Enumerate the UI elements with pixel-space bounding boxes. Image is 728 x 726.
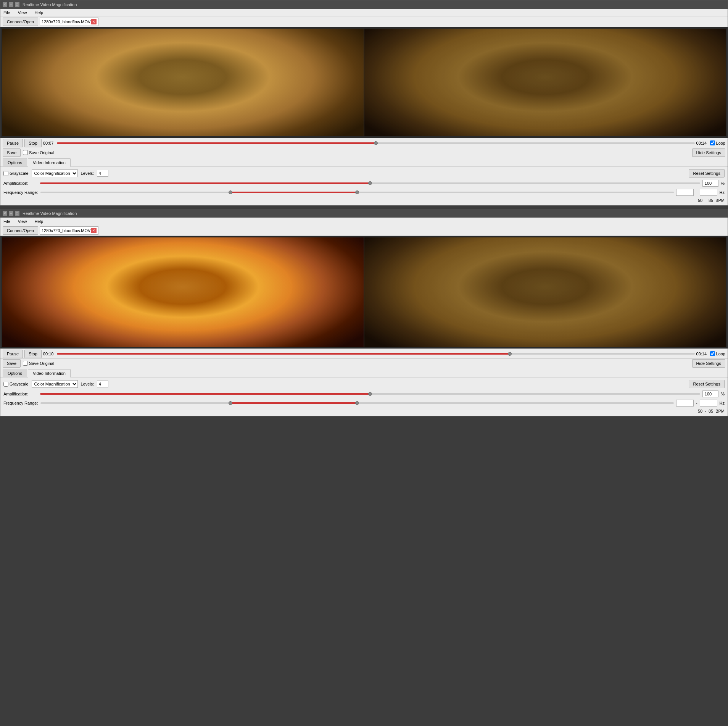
loop-container-1: Loop (710, 140, 725, 145)
freq-slider-1[interactable] (40, 192, 674, 193)
connect-open-button-1[interactable]: Connect/Open (3, 18, 38, 26)
save-original-checkbox-1[interactable] (23, 150, 28, 155)
reset-settings-button-1[interactable]: Reset Settings (689, 169, 725, 177)
stop-button-1[interactable]: Stop (24, 139, 42, 147)
amplification-row-1: Amplification: % (3, 180, 725, 187)
amplification-track-2[interactable] (40, 393, 700, 395)
tab-filename-2: 1280x720_bloodflow.MOV (42, 228, 90, 233)
time-total-2: 00:14 (696, 352, 709, 356)
close-tab-button-2[interactable]: ✕ (91, 228, 97, 233)
tab-filename-1: 1280x720_bloodflow.MOV (42, 19, 90, 24)
video-panel-left-2 (2, 237, 364, 347)
levels-input-2[interactable] (97, 381, 108, 387)
freq-fill-2 (230, 402, 357, 404)
save-original-checkbox-2[interactable] (23, 361, 28, 366)
freq-row-2: Frequency Range: - Hz (3, 400, 725, 407)
bpm-row-1: 50 - 85 BPM (3, 198, 725, 203)
close-button-1[interactable]: ✕ (3, 2, 7, 7)
freq-unit-2: Hz (720, 401, 725, 405)
amplification-slider-1[interactable] (40, 182, 700, 184)
maximize-button-1[interactable]: □ (15, 2, 19, 7)
loop-label-1: Loop (716, 141, 725, 145)
grayscale-label-1[interactable]: Grayscale (3, 171, 29, 176)
menu-help-1[interactable]: Help (33, 10, 45, 16)
menu-file-2[interactable]: File (2, 218, 12, 224)
menu-view-1[interactable]: View (16, 10, 29, 16)
freq-track-1[interactable] (40, 192, 674, 193)
grayscale-checkbox-2[interactable] (3, 382, 8, 387)
seek-bar-1[interactable] (57, 142, 695, 144)
video-area-2 (0, 236, 728, 348)
loop-label-2: Loop (716, 352, 725, 356)
settings-top-left-1: Grayscale Color Magnification Levels: (3, 169, 108, 177)
freq-track-2[interactable] (40, 402, 674, 404)
title-bar-1: ✕ − □ Realtime Video Magnification (0, 0, 728, 9)
tabs-bar-1: Options Video Information (0, 157, 728, 167)
loop-checkbox-1[interactable] (710, 140, 715, 145)
freq-dash-1: - (696, 190, 697, 195)
stop-button-2[interactable]: Stop (24, 350, 42, 358)
bpm-high-2: 85 (709, 409, 713, 413)
amplification-value-1[interactable] (702, 180, 718, 187)
grayscale-label-2[interactable]: Grayscale (3, 382, 29, 387)
menu-bar-1: File View Help (0, 9, 728, 16)
save-button-2[interactable]: Save (3, 359, 21, 368)
amplification-track-1[interactable] (40, 182, 700, 184)
seek-container-1[interactable] (57, 142, 695, 144)
tab-video-info-1[interactable]: Video Information (28, 158, 71, 167)
amplification-label-2: Amplification: (3, 392, 38, 396)
freq-thumb-right-1 (355, 190, 359, 194)
tab-options-2[interactable]: Options (3, 369, 27, 377)
save-button-1[interactable]: Save (3, 148, 21, 157)
freq-slider-2[interactable] (40, 402, 674, 404)
time-current-1: 00:07 (43, 141, 55, 145)
save-original-label-2[interactable]: Save Original (23, 361, 54, 366)
amplification-label-1: Amplification: (3, 181, 38, 186)
amplification-value-2[interactable] (702, 390, 718, 397)
tabs-bar-2: Options Video Information (0, 368, 728, 378)
settings-panel-2: Grayscale Color Magnification Levels: Re… (0, 378, 728, 416)
levels-input-1[interactable] (97, 170, 108, 177)
seek-container-2[interactable] (57, 353, 695, 355)
freq-high-value-1[interactable] (700, 189, 717, 196)
method-select-2[interactable]: Color Magnification (32, 380, 78, 388)
menu-view-2[interactable]: View (16, 218, 29, 224)
bpm-row-2: 50 - 85 BPM (3, 409, 725, 413)
save-original-label-1[interactable]: Save Original (23, 150, 54, 155)
app-window-1: ✕ − □ Realtime Video Magnification File … (0, 0, 728, 206)
title-bar-controls-2: ✕ − □ (3, 211, 19, 216)
loop-checkbox-2[interactable] (710, 351, 715, 356)
menu-help-2[interactable]: Help (33, 218, 45, 224)
save-bar-1: Save Save Original Hide Settings (0, 148, 728, 157)
settings-panel-1: Grayscale Color Magnification Levels: Re… (0, 167, 728, 205)
menu-file-1[interactable]: File (2, 10, 12, 16)
minimize-button-2[interactable]: − (9, 211, 13, 216)
minimize-button-1[interactable]: − (9, 2, 13, 7)
seek-bar-2[interactable] (57, 353, 695, 355)
close-button-2[interactable]: ✕ (3, 211, 7, 216)
connect-open-button-2[interactable]: Connect/Open (3, 226, 38, 235)
bpm-high-1: 85 (709, 198, 713, 203)
settings-top-left-2: Grayscale Color Magnification Levels: (3, 380, 108, 388)
amplification-fill-2 (40, 393, 370, 395)
grayscale-checkbox-1[interactable] (3, 171, 8, 176)
amplification-slider-2[interactable] (40, 393, 700, 395)
toolbar-2: Connect/Open 1280x720_bloodflow.MOV ✕ (0, 225, 728, 236)
tab-options-1[interactable]: Options (3, 158, 27, 166)
freq-low-value-1[interactable] (676, 189, 694, 196)
maximize-button-2[interactable]: □ (15, 211, 19, 216)
close-tab-button-1[interactable]: ✕ (91, 19, 97, 24)
pause-button-1[interactable]: Pause (3, 139, 23, 147)
seek-fill-1 (57, 142, 376, 144)
hide-settings-button-1[interactable]: Hide Settings (692, 148, 725, 157)
freq-low-value-2[interactable] (676, 400, 694, 407)
pause-button-2[interactable]: Pause (3, 350, 23, 358)
hide-settings-button-2[interactable]: Hide Settings (692, 359, 725, 368)
reset-settings-button-2[interactable]: Reset Settings (689, 380, 725, 388)
seek-thumb-2 (508, 352, 512, 356)
method-select-1[interactable]: Color Magnification (32, 169, 78, 177)
seek-thumb-1 (374, 141, 378, 145)
freq-high-value-2[interactable] (700, 400, 717, 407)
freq-thumb-left-2 (229, 401, 232, 405)
tab-video-info-2[interactable]: Video Information (28, 369, 71, 378)
